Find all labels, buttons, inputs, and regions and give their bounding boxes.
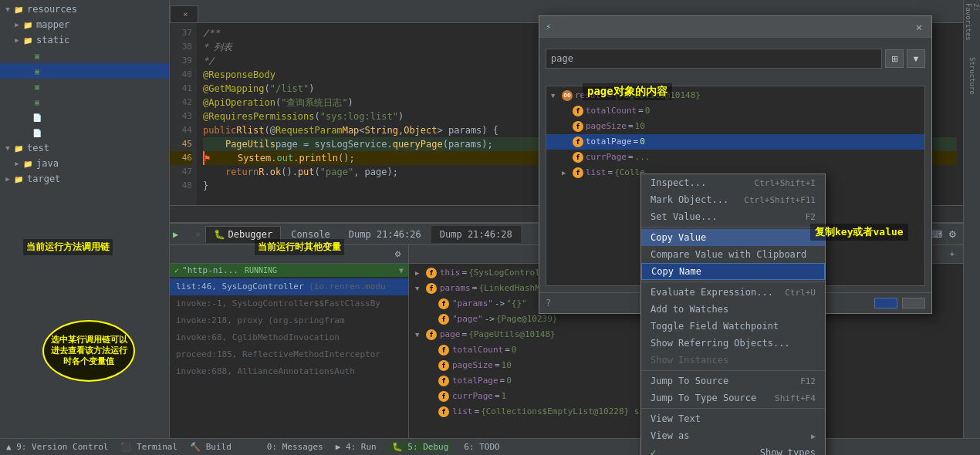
tree-item-static[interactable]: ▶ 📁 static	[0, 32, 169, 48]
tree-item-banner[interactable]: 📄	[0, 110, 169, 125]
ctx-copy-value[interactable]: Copy Value	[641, 229, 825, 246]
var-type-icon: f	[438, 391, 449, 402]
ctx-shortcut: Ctrl+U	[785, 288, 816, 298]
tab-dump1[interactable]: Dump 21:46:26	[340, 226, 430, 243]
build-btn[interactable]: 🔨 Build	[190, 442, 231, 452]
frame-item-5[interactable]: invoke:688, AllianceAnnotationsAuth	[170, 363, 408, 380]
run-btn[interactable]: ▶ 4: Run	[336, 442, 377, 452]
frame-item-3[interactable]: invoke:68, CglibMethodInvocation	[170, 329, 408, 346]
tree-item-application-yml[interactable]: ▣	[0, 48, 169, 63]
debug-status-btn[interactable]: 🐛 5: Debug	[389, 442, 452, 452]
result-item-pagesize[interactable]: f pageSize = 10	[546, 119, 924, 134]
file-txt-icon: 📄	[31, 111, 43, 123]
settings-btn[interactable]: ⚙	[945, 227, 960, 242]
ctx-shortcut: F2	[806, 212, 816, 222]
messages-btn[interactable]: 0: Messages	[267, 442, 323, 452]
file-yml-icon: ▣	[31, 65, 43, 77]
tree-item-logback[interactable]: 📄	[0, 125, 169, 140]
ctx-mark-object[interactable]: Mark Object... Ctrl+Shift+F11	[641, 191, 825, 208]
tab-console[interactable]: Console	[282, 226, 339, 243]
folder-icon: 📁	[22, 157, 34, 170]
version-control-btn[interactable]: ▲ 9: Version Control	[6, 442, 108, 452]
tree-item-java[interactable]: ▶ 📁 java	[0, 156, 169, 171]
tree-item-application-te[interactable]: ▣	[0, 94, 169, 110]
frames-filter-btn[interactable]: ⚙	[391, 248, 404, 261]
folder-icon: 📁	[12, 3, 25, 15]
result-item-totalpage[interactable]: f totalPage = 0	[546, 134, 924, 150]
terminal-btn[interactable]: ⬛ Terminal	[120, 442, 177, 452]
frame-item-2[interactable]: invoke:218, proxy (org.springfram	[170, 312, 408, 329]
expression-input[interactable]	[546, 49, 882, 69]
status-left: ▲ 9: Version Control ⬛ Terminal 🔨 Build …	[6, 442, 500, 452]
tree-item-application-pr[interactable]: ▣	[0, 79, 169, 94]
ctx-label: Toggle Field Watchpoint	[651, 321, 779, 332]
tab-dump2[interactable]: Dump 21:46:28	[431, 226, 521, 243]
ctx-show-referring[interactable]: Show Referring Objects...	[641, 335, 825, 352]
dialog-close-btn[interactable]: ✕	[913, 21, 925, 33]
ctx-inspect[interactable]: Inspect... Ctrl+Shift+I	[641, 174, 825, 191]
folder-icon: 📁	[22, 19, 34, 31]
help-icon[interactable]: ?	[546, 298, 551, 308]
tree-item-application-de[interactable]: ▣	[0, 63, 169, 79]
frame-item-4[interactable]: proceed:185, ReflectiveMethodInterceptor	[170, 346, 408, 363]
ctx-add-to-watches[interactable]: Add to Watches	[641, 301, 825, 318]
evaluate-action-btn[interactable]	[874, 298, 897, 308]
tree-item-mapper[interactable]: ▶ 📁 mapper	[0, 17, 169, 32]
dropdown-btn[interactable]: ▼	[907, 49, 925, 68]
result-item-root[interactable]: ▼ oo result = {PageUtils@10148}	[546, 88, 924, 103]
ctx-show-types[interactable]: ✓ Show types	[641, 444, 825, 455]
var-arrow-icon: ▶	[415, 266, 426, 280]
result-item-totalcount[interactable]: f totalCount = 0	[546, 103, 924, 119]
frame-text: proceed:185, ReflectiveMethodInterceptor	[176, 349, 380, 359]
result-type-icon: f	[573, 167, 583, 178]
tree-item-resources[interactable]: ▼ 📁 resources	[0, 2, 169, 17]
result-item-currpage[interactable]: f currPage = ...	[546, 150, 924, 165]
result-arrow-icon: ▶	[562, 166, 573, 180]
tab-syslogcontroller[interactable]: ×	[170, 5, 198, 22]
ctx-label: Compare Value with Clipboard	[651, 249, 806, 260]
ctx-compare-value[interactable]: Compare Value with Clipboard	[641, 246, 825, 263]
frame-text: invoke:688, AllianceAnnotationsAuth	[176, 366, 355, 376]
todo-btn[interactable]: 6: TODO	[464, 442, 499, 452]
close-dialog-btn[interactable]	[902, 298, 925, 308]
ctx-set-value[interactable]: Set Value... F2	[641, 208, 825, 225]
var-type-icon: f	[426, 329, 437, 340]
structure-icon[interactable]: Structure	[965, 52, 980, 99]
line-numbers: 37383940 41424344 4546 4748	[170, 23, 197, 205]
var-type-icon: f	[438, 376, 449, 386]
ctx-evaluate-expression[interactable]: Evaluate Expression... Ctrl+U	[641, 284, 825, 301]
var-type-icon: f	[438, 360, 449, 371]
tab-close-icon[interactable]: ×	[183, 9, 188, 19]
ctx-checkmark-icon: ✓	[651, 447, 656, 455]
ctx-label: Add to Watches	[651, 304, 728, 315]
ctx-jump-to-type[interactable]: Jump To Type Source Shift+F4	[641, 389, 825, 406]
ctx-jump-to-source[interactable]: Jump To Source F12	[641, 372, 825, 389]
ctx-view-as[interactable]: View as ▶	[641, 427, 825, 444]
ctx-label: View Text	[651, 413, 701, 424]
add-to-watches-btn[interactable]: +	[946, 248, 958, 261]
ctx-show-instances[interactable]: Show Instances	[641, 352, 825, 369]
ctx-label: Jump To Type Source	[651, 393, 756, 403]
tree-item-test[interactable]: ▼ 📁 test	[0, 140, 169, 156]
var-type-icon: f	[438, 314, 449, 325]
frames-panel: ⚙ ✓ "http-ni... RUNNING ▼ list:46, SysLo…	[170, 245, 409, 438]
favorites-icon[interactable]: 2: Favorites	[965, 3, 980, 49]
dialog-titlebar: ⚡ ✕	[539, 16, 931, 38]
ctx-view-text[interactable]: View Text	[641, 410, 825, 427]
ctx-toggle-watchpoint[interactable]: Toggle Field Watchpoint	[641, 318, 825, 335]
expand-expr-btn[interactable]: ⊞	[885, 49, 904, 68]
expand-arrow: ▼	[3, 143, 12, 153]
folder-icon: 📁	[22, 34, 34, 46]
frame-item-1[interactable]: invoke:-1, SysLogController$$FastClassBy	[170, 295, 408, 312]
tab-dump1-label: Dump 21:46:26	[349, 229, 421, 240]
tab-separator: ×	[195, 229, 201, 240]
ctx-copy-name[interactable]: Copy Name	[641, 263, 825, 280]
tree-item-target[interactable]: ▶ 📁 target	[0, 171, 169, 187]
frame-text: invoke:218, proxy (org.springfram	[176, 315, 345, 325]
tab-debugger[interactable]: 🐛 Debugger	[205, 226, 281, 243]
file-yml-icon: ▣	[31, 96, 43, 108]
ctx-label: Set Value...	[651, 211, 718, 222]
var-arrow-icon: ▼	[415, 328, 426, 342]
frame-item-0[interactable]: list:46, SysLogController (io.renren.mod…	[170, 278, 408, 295]
debug-icon: ▶	[173, 229, 178, 240]
